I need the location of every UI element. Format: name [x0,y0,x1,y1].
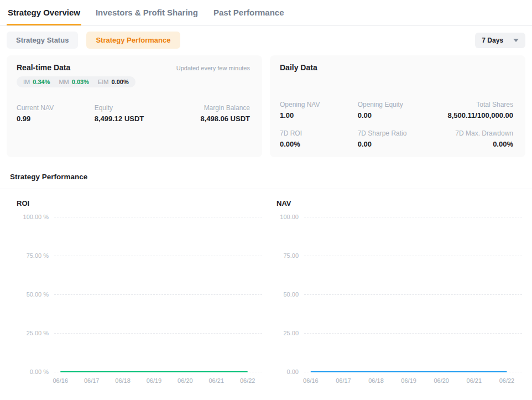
stat-value: 8,500.11/100,000.00 [435,111,513,120]
stat-opening-nav: Opening NAV 1.00 [280,101,358,120]
margin-badges: IM 0.34% MM 0.03% EIM 0.00% [17,76,135,87]
subtab-strategy-status[interactable]: Strategy Status [7,32,78,49]
x-tick-label: 06/18 [115,377,131,384]
stat-label: Equity [95,104,173,112]
stat-value: 8,499.12 USDT [95,115,173,123]
period-select[interactable]: 7 Days [475,33,525,48]
stat-7d-sharpe-ratio: 7D Sharpe Ratio 0.00 [358,129,436,148]
y-tick-label: 75.00 % [17,252,49,259]
badge-im: IM 0.34% [23,79,50,85]
stat-label: Current NAV [17,104,95,112]
card-title: Real-time Data [17,63,70,72]
section-divider [0,189,532,189]
badge-value: 0.03% [72,79,89,85]
stat-equity: Equity 8,499.12 USDT [95,104,173,123]
y-tick-label: 100.00 % [17,214,49,220]
badge-value: 0.34% [33,79,50,85]
x-axis: 06/1606/1706/1806/1906/2006/2106/22 [54,377,262,386]
badge-label: MM [59,79,69,85]
x-tick-label: 06/22 [499,377,515,384]
stat-total-shares: Total Shares 8,500.11/100,000.00 [435,101,513,120]
charts-row: ROI 100.00 %75.00 %50.00 %25.00 %0.00 % … [10,199,522,386]
updated-note: Updated every few minutes [176,65,250,71]
sub-tab-row: Strategy Status Strategy Performance 7 D… [0,26,532,54]
stat-value: 0.00 [358,140,436,148]
y-tick-label: 50.00 [277,291,299,298]
roi-chart: ROI 100.00 %75.00 %50.00 %25.00 %0.00 % … [17,199,262,386]
stat-value: 0.99 [17,115,95,123]
stat-value: 8,498.06 USDT [172,115,250,123]
y-tick-label: 25.00 [277,330,299,336]
x-tick-label: 06/16 [53,377,69,384]
stat-label: Opening NAV [280,101,358,108]
stat-7d-max-drawdown: 7D Max. Drawdown 0.00% [435,129,513,148]
tab-past-performance[interactable]: Past Performance [212,7,285,25]
data-cards: Real-time Data Updated every few minutes… [0,54,532,157]
period-select-value: 7 Days [482,37,503,44]
stat-value: 1.00 [280,111,358,120]
card-title: Daily Data [280,63,317,72]
stat-label: Opening Equity [358,101,436,108]
badge-mm: MM 0.03% [59,79,89,85]
chart-title: ROI [17,199,262,207]
stat-label: Total Shares [435,101,513,108]
x-tick-label: 06/21 [467,377,482,384]
y-tick-label: 75.00 [277,252,299,259]
main-tab-bar: Strategy Overview Investors & Profit Sha… [0,0,532,26]
stat-value: 0.00 [358,111,436,120]
badge-label: IM [23,79,30,85]
stat-label: 7D Max. Drawdown [435,129,513,137]
daily-stats-row2: 7D ROI 0.00% 7D Sharpe Ratio 0.00 7D Max… [280,129,513,148]
realtime-stats: Current NAV 0.99 Equity 8,499.12 USDT Ma… [17,104,250,123]
x-tick-label: 06/17 [84,377,100,384]
sub-tabs: Strategy Status Strategy Performance [7,32,180,49]
daily-stats-row1: Opening NAV 1.00 Opening Equity 0.00 Tot… [280,101,513,120]
x-tick-label: 06/19 [401,377,416,384]
tab-strategy-overview[interactable]: Strategy Overview [7,7,81,25]
x-tick-label: 06/16 [303,377,319,384]
y-tick-label: 0.00 % [17,368,49,375]
nav-chart: NAV 100.0075.0050.0025.000.00 06/1606/17… [277,199,522,386]
stat-opening-equity: Opening Equity 0.00 [358,101,436,120]
subtab-strategy-performance[interactable]: Strategy Performance [86,32,180,49]
chart-title: NAV [277,199,522,207]
badge-eim: EIM 0.00% [98,79,129,85]
stat-value: 0.00% [435,140,513,148]
x-tick-label: 06/17 [336,377,351,384]
plot-area: 100.0075.0050.0025.000.00 [277,217,522,372]
x-tick-label: 06/21 [209,377,225,384]
x-tick-label: 06/20 [434,377,449,384]
plot-area: 100.00 %75.00 %50.00 %25.00 %0.00 % [17,217,262,372]
strategy-performance-section: Strategy Performance ROI 100.00 %75.00 %… [0,157,532,386]
stat-7d-roi: 7D ROI 0.00% [280,129,358,148]
section-title: Strategy Performance [10,173,522,181]
series-line-layer [304,217,522,372]
stat-value: 0.00% [280,140,358,148]
realtime-data-card: Real-time Data Updated every few minutes… [7,55,262,157]
series-line-layer [54,217,262,372]
daily-data-card: Daily Data Opening NAV 1.00 Opening Equi… [270,55,525,157]
y-tick-label: 0.00 [277,368,299,375]
x-tick-label: 06/22 [240,377,255,384]
y-tick-label: 25.00 % [17,330,49,336]
tab-investors-profit-sharing[interactable]: Investors & Profit Sharing [95,7,199,25]
chevron-down-icon [513,39,519,42]
y-tick-label: 100.00 [277,214,299,220]
x-tick-label: 06/20 [178,377,193,384]
stat-label: 7D Sharpe Ratio [358,129,436,137]
stat-current-nav: Current NAV 0.99 [17,104,95,123]
x-axis: 06/1606/1706/1806/1906/2006/2106/22 [304,377,522,386]
x-tick-label: 06/18 [368,377,384,384]
stat-label: Margin Balance [172,104,250,112]
stat-margin-balance: Margin Balance 8,498.06 USDT [172,104,250,123]
y-tick-label: 50.00 % [17,291,49,298]
stat-label: 7D ROI [280,129,358,137]
badge-label: EIM [98,79,109,85]
badge-value: 0.00% [112,79,129,85]
x-tick-label: 06/19 [147,377,162,384]
